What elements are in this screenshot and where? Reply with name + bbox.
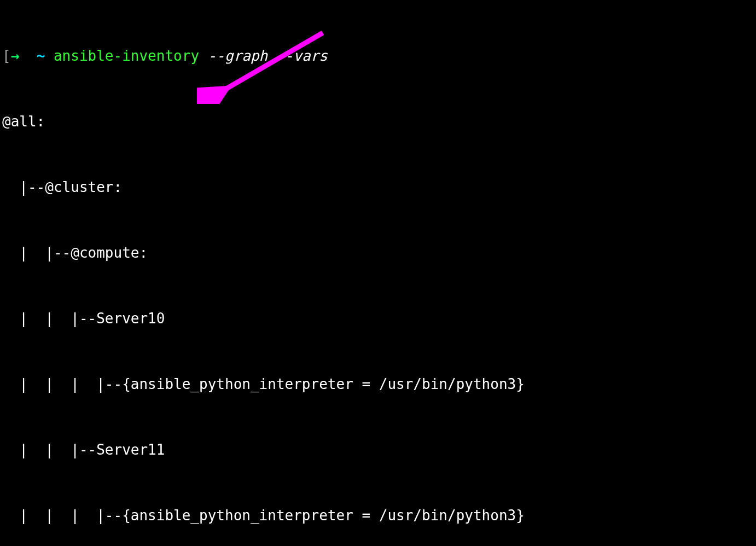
output-line: | | | |--{ansible_python_interpreter = /… <box>2 504 754 526</box>
bracket: [ <box>2 48 11 64</box>
command-line: [→ ~ ansible-inventory --graph --vars <box>2 45 754 67</box>
output-root: @all: <box>2 111 754 132</box>
output-line: | | |--Server11 <box>2 439 754 461</box>
output-line: |--@cluster: <box>2 176 754 198</box>
output-line: | | |--Server10 <box>2 307 754 329</box>
output-line: | |--@compute: <box>2 242 754 264</box>
command-args: --graph --vars <box>208 48 328 64</box>
command-name: ansible-inventory <box>54 48 199 64</box>
terminal[interactable]: [→ ~ ansible-inventory --graph --vars @a… <box>0 0 756 546</box>
prompt-tilde: ~ <box>37 48 45 64</box>
output-line: | | | |--{ansible_python_interpreter = /… <box>2 373 754 395</box>
prompt-arrow-icon: → <box>11 48 20 64</box>
